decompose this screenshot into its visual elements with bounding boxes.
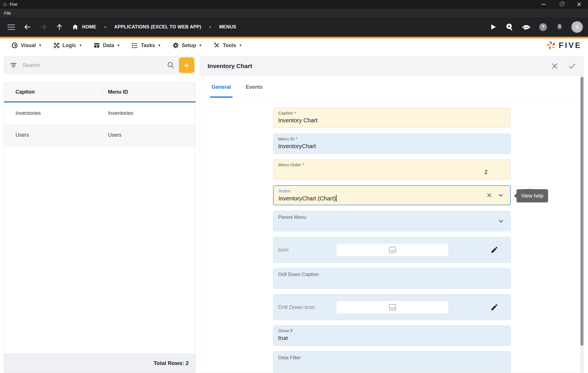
field-drill-down-icon[interactable]: Drill Down Icon (273, 294, 511, 320)
image-placeholder-icon (388, 303, 397, 312)
tools-icon (213, 42, 220, 49)
edit-icon-pencil[interactable] (490, 246, 498, 254)
table-row[interactable]: Inventories Inventories (4, 103, 196, 124)
cell-caption: Users (4, 132, 102, 138)
nav-actions: ? S (488, 17, 583, 37)
dropdown-caret-icon: ▼ (158, 43, 161, 47)
os-titlebar: Five (0, 0, 588, 9)
app-menubar: File (0, 9, 588, 17)
breadcrumb-menus[interactable]: MENUS (219, 24, 236, 30)
view-help-tooltip: View help (517, 189, 548, 202)
parent-menu-dropdown-icon[interactable] (497, 217, 505, 225)
restore-icon (560, 3, 563, 6)
vertical-scrollbar[interactable] (580, 75, 584, 373)
five-wordmark: FIVE (559, 41, 582, 50)
logic-icon (53, 42, 60, 49)
close-button[interactable] (570, 0, 588, 9)
search-input[interactable] (22, 62, 163, 68)
forward-button[interactable] (38, 22, 48, 32)
table-row[interactable]: Users Users (4, 124, 196, 146)
setup-gear-icon (172, 42, 179, 49)
navigation-bar: HOME › APPLICATIONS (EXCEL TO WEB APP) ›… (0, 17, 588, 37)
tab-events[interactable]: Events (244, 84, 264, 98)
preview-button[interactable] (505, 22, 514, 32)
file-menu[interactable]: File (4, 11, 11, 16)
field-icon[interactable]: Icon (273, 237, 511, 263)
menus-list-panel: + Caption Menu ID Inventories Inventorie… (4, 56, 196, 373)
five-pinwheel-icon (2, 2, 7, 7)
text-cursor (336, 195, 336, 202)
image-placeholder-icon (388, 246, 397, 254)
cell-menu-id: Users (102, 132, 121, 138)
field-parent-menu[interactable]: Parent Menu (273, 211, 511, 231)
toolbar-tools-menu[interactable]: Tools▼ (213, 42, 242, 49)
chat-bot-icon (522, 23, 531, 31)
field-drill-down-caption[interactable]: Drill Down Caption (273, 268, 511, 289)
back-button[interactable] (22, 22, 32, 32)
total-rows-label: Total Rows: 2 (154, 360, 189, 366)
add-menu-button[interactable]: + (179, 57, 194, 73)
field-menu-id[interactable]: Menu ID * InventoryChart (273, 134, 511, 154)
five-app-window: Five File HOME › APPLICATIONS (EXCEL TO … (0, 0, 588, 373)
up-button[interactable] (55, 22, 64, 32)
breadcrumb-separator-icon: › (209, 24, 211, 30)
tasks-checklist-icon (131, 42, 138, 49)
action-dropdown-icon[interactable] (497, 192, 504, 199)
breadcrumb: HOME › APPLICATIONS (EXCEL TO WEB APP) ›… (72, 24, 236, 30)
clear-action-icon[interactable] (486, 192, 492, 198)
field-action[interactable]: Action InventoryChart (Chart) (273, 185, 511, 205)
edit-icon-pencil[interactable] (490, 303, 498, 311)
minimize-button[interactable] (535, 0, 552, 9)
toolbar-setup-menu[interactable]: Setup▼ (172, 42, 202, 49)
dropdown-caret-icon: ▼ (239, 43, 242, 47)
save-check-icon[interactable] (568, 62, 576, 70)
cell-caption: Inventories (4, 110, 102, 116)
drill-down-icon-upload-box[interactable] (336, 301, 449, 314)
icon-upload-box[interactable] (336, 243, 449, 256)
column-header-menu-id[interactable]: Menu ID (102, 89, 128, 95)
table-footer: Total Rows: 2 (4, 353, 196, 373)
user-avatar[interactable]: S (571, 21, 583, 33)
assistant-button[interactable] (521, 22, 531, 32)
filter-icon[interactable] (10, 62, 17, 68)
toolbar-tasks-menu[interactable]: Tasks▼ (131, 42, 161, 49)
field-show-if[interactable]: Show If true (273, 325, 511, 346)
detail-header: Inventory Chart (200, 57, 583, 76)
help-icon: ? (539, 23, 547, 31)
field-data-filter[interactable]: Data Filter (273, 351, 511, 373)
data-table-icon (93, 42, 100, 49)
breadcrumb-separator-icon: › (105, 24, 106, 30)
column-header-caption[interactable]: Caption (4, 89, 102, 95)
menu-detail-panel: Inventory Chart General Events Caption *… (200, 56, 583, 373)
dropdown-caret-icon: ▼ (38, 43, 42, 47)
breadcrumb-application[interactable]: APPLICATIONS (EXCEL TO WEB APP) (114, 24, 201, 30)
forward-arrow-icon (39, 23, 47, 31)
minimize-icon (541, 4, 546, 5)
field-menu-order[interactable]: Menu Order * 2 (273, 159, 511, 180)
close-icon (577, 2, 581, 6)
tab-general[interactable]: General (210, 84, 233, 98)
toolbar-visual-menu[interactable]: Visual▼ (11, 42, 42, 49)
dropdown-caret-icon: ▼ (79, 43, 82, 47)
hamburger-menu-button[interactable] (6, 22, 16, 32)
help-button[interactable]: ? (538, 22, 548, 32)
column-divider (102, 88, 102, 95)
toolbar-data-menu[interactable]: Data▼ (93, 42, 120, 49)
field-caption[interactable]: Caption * Inventory Chart (273, 108, 511, 128)
toolbar-logic-menu[interactable]: Logic▼ (53, 42, 82, 49)
search-icon[interactable] (167, 61, 175, 69)
run-button[interactable] (488, 22, 498, 32)
table-empty-space (4, 146, 196, 353)
back-arrow-icon (23, 23, 31, 31)
cell-menu-id: Inventories (102, 110, 133, 116)
dropdown-caret-icon: ▼ (117, 43, 120, 47)
five-brand: FIVE (546, 38, 582, 52)
search-bar: + (4, 56, 196, 74)
scrollbar-thumb[interactable] (581, 77, 583, 346)
notifications-button[interactable] (555, 22, 564, 32)
breadcrumb-home[interactable]: HOME (82, 24, 96, 30)
cancel-icon[interactable] (551, 62, 558, 70)
bell-icon (556, 23, 563, 31)
main-toolbar: Visual▼ Logic▼ Data▼ Tasks▼ Setup▼ Tools… (0, 38, 588, 52)
restore-button[interactable] (552, 0, 570, 9)
